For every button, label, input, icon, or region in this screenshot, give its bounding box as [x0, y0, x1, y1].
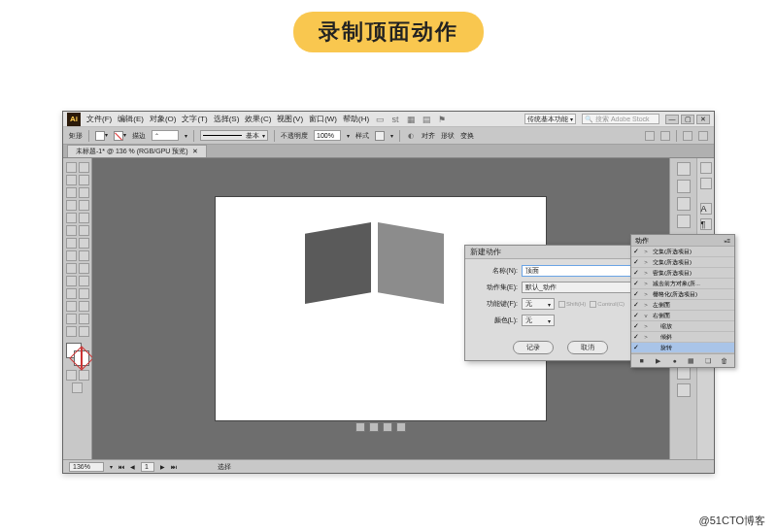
nav-prev-icon[interactable]: ◀	[130, 463, 135, 470]
tool-type[interactable]	[66, 200, 77, 211]
cancel-button[interactable]: 取消	[567, 341, 608, 354]
menu-window[interactable]: 窗口(W)	[309, 114, 337, 124]
action-row[interactable]: ✓>左侧面	[631, 300, 734, 311]
action-expand-icon[interactable]: >	[641, 259, 651, 265]
tool-magic-wand[interactable]	[66, 175, 77, 185]
minimize-button[interactable]: —	[665, 115, 679, 124]
action-set-select[interactable]: 默认_动作▾	[522, 282, 648, 293]
action-check-icon[interactable]: ✓	[631, 333, 641, 341]
tool-graph[interactable]	[79, 301, 89, 312]
zoom-field[interactable]: 136%	[69, 462, 104, 472]
action-check-icon[interactable]: ✓	[631, 344, 641, 351]
menu-type[interactable]: 文字(T)	[182, 114, 207, 124]
panel-color-icon[interactable]	[677, 162, 691, 176]
transform-link[interactable]: 变换	[460, 131, 474, 141]
artboard-num[interactable]: 1	[141, 462, 154, 472]
tool-brush[interactable]	[79, 213, 89, 223]
fkey-select[interactable]: 无▾	[522, 298, 555, 310]
tool-mesh[interactable]	[66, 276, 77, 286]
panel-symbols-icon[interactable]	[677, 215, 691, 228]
action-check-icon[interactable]: ✓	[631, 269, 641, 277]
menu-object[interactable]: 对象(O)	[150, 114, 177, 124]
color-mode-2[interactable]	[79, 370, 89, 381]
shape-left-face[interactable]	[305, 222, 371, 304]
document-tab[interactable]: 未标题-1* @ 136 % (RGB/GPU 预览) ✕	[67, 145, 207, 157]
menu-effect[interactable]: 效果(C)	[245, 114, 271, 124]
action-row[interactable]: ✓>交集(所选项目)	[631, 247, 734, 257]
tool-slice[interactable]	[79, 314, 89, 324]
tool-hand[interactable]	[66, 326, 77, 337]
action-name-input[interactable]: 顶面	[522, 265, 648, 277]
ab-icon-4[interactable]	[396, 422, 406, 432]
maximize-button[interactable]: ▢	[681, 115, 694, 124]
action-check-icon[interactable]: ✓	[631, 290, 641, 298]
tool-zoom[interactable]	[79, 326, 89, 337]
tool-lasso[interactable]	[79, 175, 89, 185]
tool-line[interactable]	[79, 200, 89, 211]
stroke-color-icon[interactable]	[74, 350, 89, 366]
panel-properties-icon[interactable]	[700, 162, 712, 174]
tool-free-transform[interactable]	[79, 250, 89, 261]
tool-eraser[interactable]	[79, 225, 89, 236]
tool-shaper[interactable]	[66, 225, 77, 236]
ab-icon-3[interactable]	[383, 422, 392, 432]
panel-paragraph-icon[interactable]: ¶	[700, 218, 712, 230]
panel-character-icon[interactable]: A	[700, 203, 712, 215]
close-tab-icon[interactable]: ✕	[192, 148, 198, 155]
action-check-icon[interactable]: ✓	[631, 312, 641, 319]
action-row[interactable]: ✓>缩放	[631, 321, 734, 332]
shape-link[interactable]: 形状	[441, 131, 455, 141]
action-check-icon[interactable]: ✓	[631, 248, 641, 255]
arrange-icon[interactable]: ▤	[422, 115, 431, 124]
color-select[interactable]: 无▾	[522, 315, 555, 326]
panel-swatches-icon[interactable]	[677, 180, 691, 193]
ab-icon-1[interactable]	[355, 422, 365, 432]
menu-file[interactable]: 文件(F)	[86, 114, 112, 124]
action-row[interactable]: ✓>倾斜	[631, 332, 734, 343]
tool-artboard[interactable]	[66, 314, 77, 324]
tool-perspective[interactable]	[79, 263, 89, 274]
panel-artboards-icon[interactable]	[677, 383, 691, 397]
action-check-icon[interactable]: ✓	[631, 301, 641, 309]
panel-icon-1[interactable]	[683, 131, 693, 141]
panel-icon-2[interactable]	[698, 131, 708, 141]
action-expand-icon[interactable]: >	[641, 302, 651, 308]
tool-width[interactable]	[66, 250, 77, 261]
menu-edit[interactable]: 编辑(E)	[118, 114, 144, 124]
opacity-drop[interactable]: ▾	[347, 132, 350, 139]
close-button[interactable]: ✕	[696, 115, 710, 124]
color-mode-1[interactable]	[66, 370, 77, 381]
action-row[interactable]: ✓v右侧面	[631, 311, 734, 321]
tool-pen[interactable]	[66, 187, 77, 198]
canvas[interactable]: 新建动作 名称(N): 顶面 动作集(E): 默认_动作▾ 功能键(F): 无▾…	[92, 158, 669, 459]
stroke-weight-input[interactable]: ⌃	[152, 130, 179, 141]
action-check-icon[interactable]: ✓	[631, 322, 641, 330]
action-expand-icon[interactable]: >	[641, 334, 651, 340]
action-row[interactable]: ✓>减去前方对象(所...	[631, 279, 734, 289]
tool-eyedrop[interactable]	[66, 288, 77, 299]
tool-shape-builder[interactable]	[66, 263, 77, 274]
action-check-icon[interactable]: ✓	[631, 280, 641, 287]
menu-view[interactable]: 视图(V)	[277, 114, 303, 124]
action-expand-icon[interactable]: >	[641, 281, 651, 286]
play-icon[interactable]: ▶	[654, 356, 662, 365]
stroke-swatch[interactable]: ▾	[114, 131, 126, 141]
nav-last-icon[interactable]: ⏭	[171, 464, 177, 470]
tool-gradient[interactable]	[79, 276, 89, 286]
action-expand-icon[interactable]: >	[641, 291, 651, 297]
fill-stroke-swatch[interactable]	[66, 343, 89, 366]
trash-icon[interactable]: 🗑	[720, 356, 728, 365]
nav-first-icon[interactable]: ⏮	[118, 464, 124, 470]
action-expand-icon[interactable]: >	[641, 249, 651, 254]
stop-icon[interactable]: ■	[637, 356, 646, 365]
new-set-icon[interactable]: ▦	[687, 356, 695, 365]
workspace-switcher[interactable]: 传统基本功能▾	[524, 114, 576, 124]
record-icon[interactable]: ●	[670, 356, 679, 365]
ab-icon-2[interactable]	[369, 422, 379, 432]
brush-dropdown[interactable]: 基本▾	[200, 130, 268, 141]
grid-icon[interactable]: ▦	[406, 115, 416, 124]
action-expand-icon[interactable]: >	[641, 270, 651, 276]
action-check-icon[interactable]: ✓	[631, 258, 641, 266]
fill-swatch[interactable]: ▾	[95, 131, 108, 141]
search-input[interactable]: 🔍 搜索 Adobe Stock	[582, 114, 659, 124]
